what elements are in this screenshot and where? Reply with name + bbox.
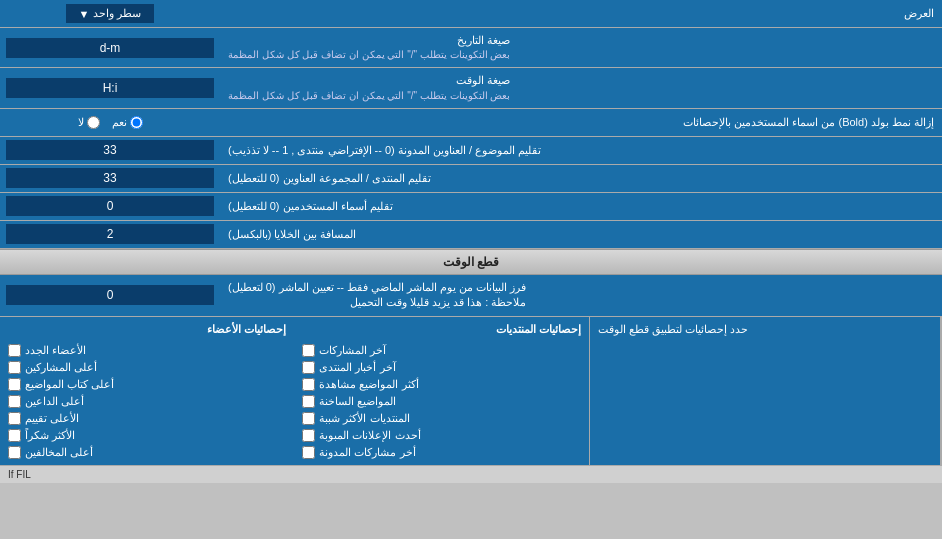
cb-last-posts: آخر المشاركات (302, 344, 580, 357)
users-trim-input-area (0, 193, 220, 220)
date-format-label: صيغة التاريخ بعض التكوينات يتطلب "/" الت… (220, 28, 942, 67)
spacing-input-area (0, 221, 220, 248)
spacing-input[interactable] (6, 224, 214, 244)
bold-no-radio[interactable] (87, 116, 100, 129)
bold-yes-label[interactable]: نعم (112, 116, 143, 129)
bold-row: إزالة نمط بولد (Bold) من اسماء المستخدمي… (0, 109, 942, 137)
cb-last-posts-input[interactable] (302, 344, 315, 357)
cb-forum-news: آخر أخبار المنتدى (302, 361, 580, 374)
display-input-area: سطر واحد ▼ (0, 1, 220, 26)
footer-text: If FIL (8, 469, 31, 480)
dropdown-arrow-icon: ▼ (79, 8, 90, 20)
time-format-input-area (0, 68, 220, 107)
bold-yes-radio[interactable] (130, 116, 143, 129)
time-format-row: صيغة الوقت بعض التكوينات يتطلب "/" التي … (0, 68, 942, 108)
cb-most-viewed-input[interactable] (302, 378, 315, 391)
forum-trim-label: تقليم المنتدى / المجموعة العناوين (0 للت… (220, 165, 942, 192)
checkboxes-section: حدد إحصائيات لتطبيق قطع الوقت إحصائيات ا… (0, 317, 942, 466)
cb-latest-ads-input[interactable] (302, 429, 315, 442)
display-value: سطر واحد (93, 7, 141, 20)
cb-most-thanked: الأكثر شكراً (8, 429, 286, 442)
members-stats-header: إحصائيات الأعضاء (8, 323, 286, 336)
cb-top-writers: أعلى كتاب المواضيع (8, 378, 286, 391)
cb-top-posters: أعلى المشاركين (8, 361, 286, 374)
time-format-label: صيغة الوقت بعض التكوينات يتطلب "/" التي … (220, 68, 942, 107)
cb-latest-ads: أحدث الإعلانات المبوبة (302, 429, 580, 442)
spacing-label: المسافة بين الخلايا (بالبكسل) (220, 221, 942, 248)
bold-radio-area: نعم لا (0, 113, 220, 132)
topics-trim-input-area (0, 137, 220, 164)
time-cut-input-area (0, 275, 220, 316)
forum-stats-col: إحصائيات المنتديات آخر المشاركات آخر أخب… (294, 317, 589, 465)
time-cut-section-header: قطع الوقت (0, 249, 942, 275)
date-format-row: صيغة التاريخ بعض التكوينات يتطلب "/" الت… (0, 28, 942, 68)
users-trim-label: تقليم أسماء المستخدمين (0 للتعطيل) (220, 193, 942, 220)
time-format-input[interactable] (6, 78, 214, 98)
cb-top-posters-input[interactable] (8, 361, 21, 374)
spacing-row: المسافة بين الخلايا (بالبكسل) (0, 221, 942, 249)
cb-top-inviters: أعلى الداعين (8, 395, 286, 408)
cb-top-rated: الأعلى تقييم (8, 412, 286, 425)
cb-forum-news-input[interactable] (302, 361, 315, 374)
cb-most-thanked-input[interactable] (8, 429, 21, 442)
users-trim-input[interactable] (6, 196, 214, 216)
display-row: العرض سطر واحد ▼ (0, 0, 942, 28)
display-dropdown[interactable]: سطر واحد ▼ (66, 4, 155, 23)
topics-trim-input[interactable] (6, 140, 214, 160)
cb-popular-forums: المنتديات الأكثر شببة (302, 412, 580, 425)
cb-top-rated-input[interactable] (8, 412, 21, 425)
cb-top-violators: أعلى المخالفين (8, 446, 286, 459)
cb-top-writers-input[interactable] (8, 378, 21, 391)
cb-hot-topics-input[interactable] (302, 395, 315, 408)
bold-label: إزالة نمط بولد (Bold) من اسماء المستخدمي… (220, 111, 942, 134)
footer: If FIL (0, 466, 942, 483)
cb-most-viewed: أكثر المواضيع مشاهدة (302, 378, 580, 391)
define-label-area: حدد إحصائيات لتطبيق قطع الوقت (590, 317, 942, 465)
users-trim-row: تقليم أسماء المستخدمين (0 للتعطيل) (0, 193, 942, 221)
date-format-input-area (0, 28, 220, 67)
topics-trim-row: تقليم الموضوع / العناوين المدونة (0 -- ا… (0, 137, 942, 165)
cb-top-inviters-input[interactable] (8, 395, 21, 408)
date-format-input[interactable] (6, 38, 214, 58)
cb-hot-topics: المواضيع الساخنة (302, 395, 580, 408)
display-label: العرض (220, 2, 942, 25)
cb-new-members: الأعضاء الجدد (8, 344, 286, 357)
cb-blog-posts: أخر مشاركات المدونة (302, 446, 580, 459)
topics-trim-label: تقليم الموضوع / العناوين المدونة (0 -- ا… (220, 137, 942, 164)
time-cut-input[interactable] (6, 285, 214, 305)
time-cut-row: فرز البيانات من يوم الماشر الماضي فقط --… (0, 275, 942, 317)
cb-popular-forums-input[interactable] (302, 412, 315, 425)
forum-trim-input[interactable] (6, 168, 214, 188)
cb-top-violators-input[interactable] (8, 446, 21, 459)
bold-no-label[interactable]: لا (78, 116, 100, 129)
forum-stats-header: إحصائيات المنتديات (302, 323, 580, 336)
time-cut-label: فرز البيانات من يوم الماشر الماضي فقط --… (220, 275, 942, 316)
forum-trim-row: تقليم المنتدى / المجموعة العناوين (0 للت… (0, 165, 942, 193)
define-label: حدد إحصائيات لتطبيق قطع الوقت (598, 323, 748, 336)
forum-trim-input-area (0, 165, 220, 192)
cb-blog-posts-input[interactable] (302, 446, 315, 459)
cb-new-members-input[interactable] (8, 344, 21, 357)
members-stats-col: إحصائيات الأعضاء الأعضاء الجدد أعلى المش… (0, 317, 294, 465)
